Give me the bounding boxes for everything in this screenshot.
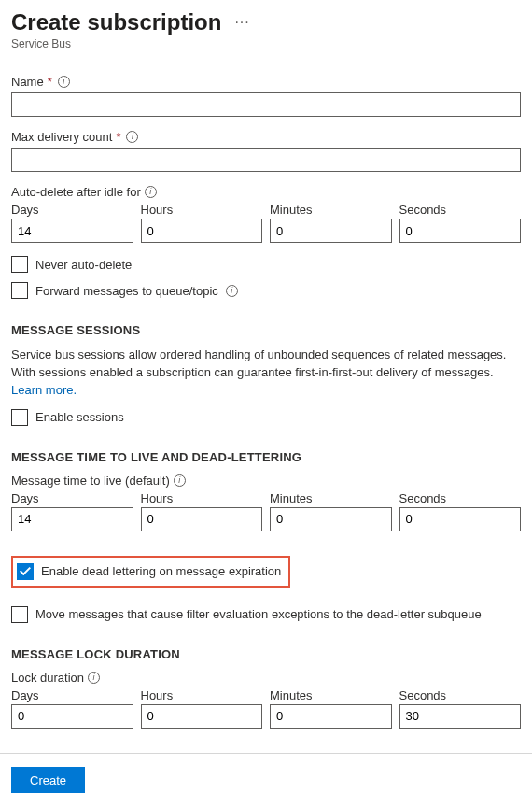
lock-minutes-input[interactable] xyxy=(270,704,392,729)
required-indicator: * xyxy=(116,130,120,144)
ttl-label: Message time to live (default) xyxy=(11,474,170,488)
ttl-hours-input[interactable] xyxy=(141,507,263,531)
highlighted-option: Enable dead lettering on message expirat… xyxy=(11,556,290,588)
ttl-seconds-input[interactable] xyxy=(399,507,522,531)
days-label: Days xyxy=(11,688,133,702)
required-indicator: * xyxy=(48,75,52,89)
seconds-label: Seconds xyxy=(399,203,522,217)
sessions-header: MESSAGE SESSIONS xyxy=(11,323,521,337)
hours-label: Hours xyxy=(141,688,263,702)
footer-divider xyxy=(0,753,532,754)
lock-days-input[interactable] xyxy=(11,704,133,729)
max-delivery-input[interactable] xyxy=(11,148,521,172)
info-icon[interactable]: i xyxy=(58,76,70,88)
name-input[interactable] xyxy=(11,92,521,117)
page-title: Create subscription xyxy=(11,9,221,35)
seconds-label: Seconds xyxy=(399,491,522,505)
auto-delete-minutes-input[interactable] xyxy=(270,219,392,243)
info-icon[interactable]: i xyxy=(145,186,157,198)
enable-sessions-checkbox[interactable] xyxy=(11,409,28,426)
ttl-header: MESSAGE TIME TO LIVE AND DEAD-LETTERING xyxy=(11,450,521,464)
forward-messages-label: Forward messages to queue/topic xyxy=(35,284,218,298)
lock-duration-label: Lock duration xyxy=(11,671,84,685)
move-exceptions-label: Move messages that cause filter evaluati… xyxy=(35,607,482,621)
minutes-label: Minutes xyxy=(270,203,392,217)
info-icon[interactable]: i xyxy=(226,285,238,297)
auto-delete-hours-input[interactable] xyxy=(141,219,263,243)
learn-more-link[interactable]: Learn more. xyxy=(11,383,77,397)
auto-delete-days-input[interactable] xyxy=(11,219,133,243)
info-icon[interactable]: i xyxy=(126,131,138,143)
minutes-label: Minutes xyxy=(270,491,392,505)
never-auto-delete-label: Never auto-delete xyxy=(35,258,132,272)
seconds-label: Seconds xyxy=(399,688,522,702)
forward-messages-checkbox[interactable] xyxy=(11,282,28,299)
resource-type: Service Bus xyxy=(11,37,521,50)
create-button[interactable]: Create xyxy=(11,767,85,793)
lock-hours-input[interactable] xyxy=(141,704,263,729)
ttl-days-input[interactable] xyxy=(11,507,133,531)
days-label: Days xyxy=(11,491,133,505)
enable-sessions-label: Enable sessions xyxy=(35,410,124,424)
info-icon[interactable]: i xyxy=(174,474,186,487)
name-label: Name xyxy=(11,75,44,89)
minutes-label: Minutes xyxy=(270,688,392,702)
auto-delete-label: Auto-delete after idle for xyxy=(11,185,141,199)
enable-dead-lettering-checkbox[interactable] xyxy=(17,563,34,580)
lock-seconds-input[interactable] xyxy=(399,704,522,729)
never-auto-delete-checkbox[interactable] xyxy=(11,256,28,273)
hours-label: Hours xyxy=(141,491,263,505)
days-label: Days xyxy=(11,203,133,217)
enable-dead-lettering-label: Enable dead lettering on message expirat… xyxy=(41,564,281,578)
move-exceptions-checkbox[interactable] xyxy=(11,606,28,623)
ttl-minutes-input[interactable] xyxy=(270,507,392,531)
sessions-description: Service bus sessions allow ordered handl… xyxy=(11,347,521,400)
max-delivery-label: Max delivery count xyxy=(11,130,112,144)
auto-delete-seconds-input[interactable] xyxy=(399,219,522,243)
hours-label: Hours xyxy=(141,203,263,217)
lock-header: MESSAGE LOCK DURATION xyxy=(11,647,521,661)
info-icon[interactable]: i xyxy=(88,672,100,684)
more-icon[interactable]: ··· xyxy=(234,14,249,31)
